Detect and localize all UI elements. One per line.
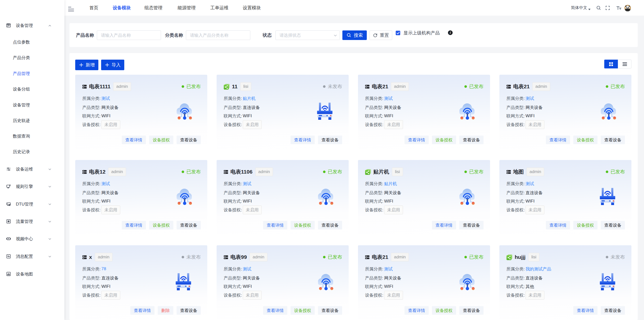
svg-text:i: i — [450, 31, 451, 34]
